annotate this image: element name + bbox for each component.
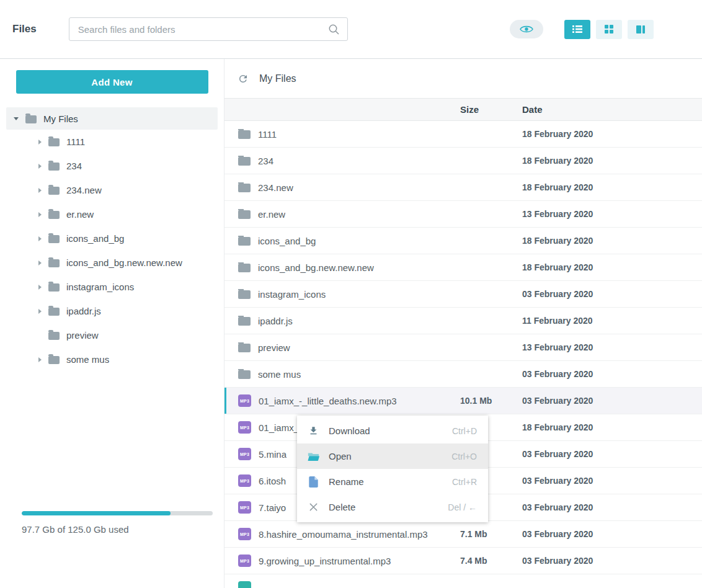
file-name: 8.hashire_omoumama_instrumental.mp3 <box>259 529 428 540</box>
expand-arrow-icon[interactable] <box>38 309 42 314</box>
file-row[interactable]: icons_and_bg 18 February 2020 <box>224 228 702 254</box>
visibility-toggle-button[interactable] <box>510 20 543 38</box>
file-size: 7.1 Mb <box>460 529 522 539</box>
file-row[interactable]: icons_and_bg.new.new.new 18 February 202… <box>224 254 702 281</box>
file-row[interactable]: instagram_icons 03 February 2020 <box>224 281 702 308</box>
file-date: 18 February 2020 <box>522 129 702 139</box>
tree-root-my-files[interactable]: My Files <box>6 107 218 130</box>
expand-arrow-icon[interactable] <box>38 140 42 145</box>
folder-icon <box>238 157 251 166</box>
tree-children: 1111 234 234.new er.new icons_and_bg ico… <box>0 130 224 372</box>
sidebar: Add New My Files 1111 234 234.new er.new <box>0 59 224 588</box>
sidebar-folder-item[interactable]: icons_and_bg <box>0 226 224 251</box>
expand-arrow-icon[interactable] <box>38 236 42 241</box>
file-row[interactable]: 1111 18 February 2020 <box>224 121 702 148</box>
folder-icon <box>238 210 251 219</box>
menu-item-delete[interactable]: Delete Del / ← <box>297 494 488 520</box>
refresh-icon <box>238 73 249 84</box>
collapse-arrow-icon[interactable] <box>14 117 19 120</box>
file-date: 03 February 2020 <box>522 502 702 512</box>
sidebar-folder-item[interactable]: instagram_icons <box>0 275 224 299</box>
file-size: 10.1 Mb <box>460 396 522 406</box>
sidebar-folder-item[interactable]: some mus <box>0 347 224 372</box>
eye-icon <box>520 24 533 34</box>
file-name: 234.new <box>258 182 293 193</box>
file-name: icons_and_bg <box>258 236 316 246</box>
view-list-button[interactable] <box>564 20 590 39</box>
sidebar-folder-item[interactable]: preview <box>0 323 224 347</box>
file-row[interactable]: preview 13 February 2020 <box>224 334 702 361</box>
menu-item-open[interactable]: Open Ctrl+O <box>297 443 488 469</box>
grid-view-icon <box>605 25 613 33</box>
folder-icon <box>238 344 251 352</box>
file-name: 7.taiyo <box>259 502 286 513</box>
file-name: icons_and_bg.new.new.new <box>258 262 374 273</box>
mp3-file-icon: MP3 <box>238 528 251 540</box>
mp3-file-icon: MP3 <box>238 474 251 487</box>
folder-name: preview <box>66 330 99 341</box>
menu-item-shortcut: Ctrl+O <box>451 452 477 461</box>
file-row[interactable]: MP3 9.growing_up_instrumental.mp3 7.4 Mb… <box>224 548 702 574</box>
file-row[interactable]: MP3 8.hashire_omoumama_instrumental.mp3 … <box>224 521 702 548</box>
column-header-size[interactable]: Size <box>460 104 522 115</box>
view-grid-button[interactable] <box>596 20 622 39</box>
search-box <box>69 17 348 41</box>
add-new-button[interactable]: Add New <box>16 70 208 94</box>
expand-arrow-icon[interactable] <box>38 357 42 362</box>
file-row[interactable]: 234 18 February 2020 <box>224 148 702 174</box>
expand-arrow-icon[interactable] <box>38 261 42 265</box>
file-name: instagram_icons <box>258 289 326 300</box>
file-name: 01_iamx_-_little_deaths.new.mp3 <box>259 396 397 406</box>
file-name-cell: MP3 9.growing_up_instrumental.mp3 <box>224 555 460 567</box>
sidebar-folder-item[interactable]: 234.new <box>0 178 224 202</box>
file-row[interactable]: 234.new 18 February 2020 <box>224 174 702 201</box>
file-name: ipaddr.js <box>258 316 293 326</box>
file-row[interactable]: some mus 03 February 2020 <box>224 361 702 388</box>
file-list-panel: My Files Size Date 1111 18 February 2020… <box>224 59 702 588</box>
menu-item-label: Download <box>329 425 370 436</box>
sidebar-folder-item[interactable]: er.new <box>0 202 224 226</box>
folder-name: er.new <box>66 209 94 220</box>
file-name-cell: icons_and_bg <box>224 236 460 246</box>
mp3-file-icon: MP3 <box>238 501 251 514</box>
file-date: 03 February 2020 <box>522 529 702 539</box>
sidebar-folder-item[interactable]: 234 <box>0 154 224 178</box>
folder-name: icons_and_bg.new.new.new <box>66 257 182 268</box>
folder-icon <box>48 187 60 195</box>
storage-label: 97.7 Gb of 125.0 Gb used <box>22 524 213 535</box>
file-date: 18 February 2020 <box>522 262 702 272</box>
folder-icon <box>48 138 60 146</box>
folder-icon <box>48 332 60 340</box>
view-columns-button[interactable] <box>628 20 654 39</box>
folder-icon <box>238 237 251 246</box>
file-row[interactable]: MP3 01_iamx_-_little_deaths.new.mp3 10.1… <box>224 388 702 414</box>
search-input[interactable] <box>69 17 348 41</box>
file-name: er.new <box>258 209 285 220</box>
column-header-date[interactable]: Date <box>522 104 702 115</box>
download-icon <box>307 425 319 436</box>
menu-item-download[interactable]: Download Ctrl+D <box>297 418 488 443</box>
search-icon[interactable] <box>328 24 340 35</box>
sidebar-folder-item[interactable]: ipaddr.js <box>0 299 224 323</box>
folder-icon <box>48 211 60 219</box>
refresh-button[interactable] <box>238 73 249 84</box>
expand-arrow-icon[interactable] <box>38 212 42 217</box>
topbar-actions <box>510 20 654 39</box>
sidebar-folder-item[interactable]: icons_and_bg.new.new.new <box>0 251 224 275</box>
file-row[interactable]: ipaddr.js 11 February 2020 <box>224 308 702 334</box>
expand-arrow-icon[interactable] <box>38 188 42 193</box>
expand-arrow-icon[interactable] <box>38 164 42 169</box>
sidebar-folder-item[interactable]: 1111 <box>0 130 224 154</box>
menu-item-rename[interactable]: Rename Ctrl+R <box>297 469 488 494</box>
topbar: Files <box>0 0 702 59</box>
file-row[interactable]: er.new 13 February 2020 <box>224 201 702 228</box>
file-date: 11 February 2020 <box>522 316 702 326</box>
folder-icon <box>238 317 251 326</box>
folder-name: 1111 <box>66 136 85 147</box>
file-row[interactable] <box>224 574 702 588</box>
file-name-cell: MP3 01_iamx_-_little_deaths.new.mp3 <box>224 394 460 407</box>
expand-arrow-icon[interactable] <box>38 285 42 290</box>
file-date: 18 February 2020 <box>522 182 702 192</box>
folder-open-icon <box>307 452 319 461</box>
file-date: 18 February 2020 <box>522 236 702 246</box>
